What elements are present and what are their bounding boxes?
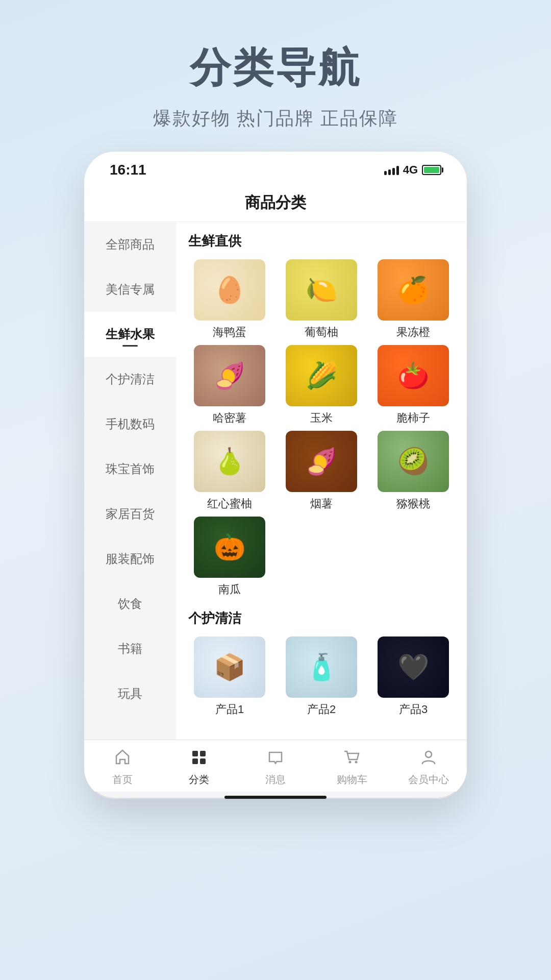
- sidebar-item-food[interactable]: 饮食: [84, 581, 176, 626]
- product-image: 🍋: [286, 259, 357, 321]
- product-item[interactable]: 🍅脆柿子: [370, 345, 457, 426]
- section-title-生鲜直供: 生鲜直供: [186, 232, 457, 250]
- product-name: 猕猴桃: [396, 496, 430, 511]
- nav-icon-category: [190, 748, 208, 770]
- sidebar-item-toys[interactable]: 玩具: [84, 671, 176, 716]
- product-image: 🍅: [378, 345, 449, 406]
- battery-fill: [424, 167, 439, 173]
- svg-rect-3: [200, 758, 206, 764]
- product-image: 🌽: [286, 345, 357, 406]
- page-title: 分类导航: [153, 41, 398, 96]
- product-item[interactable]: 🥝猕猴桃: [370, 431, 457, 511]
- product-item[interactable]: 🧴产品2: [278, 636, 365, 717]
- app-header: 商品分类: [84, 183, 467, 222]
- product-name: 玉米: [310, 410, 333, 426]
- page-header: 分类导航 爆款好物 热门品牌 正品保障: [153, 41, 398, 131]
- nav-item-member[interactable]: 会员中心: [390, 748, 467, 787]
- section-title-个护清洁: 个护清洁: [186, 609, 457, 627]
- product-item[interactable]: 🍠烟薯: [278, 431, 365, 511]
- product-item[interactable]: 🖤产品3: [370, 636, 457, 717]
- sidebar-item-personal[interactable]: 个护清洁: [84, 357, 176, 402]
- battery-icon: [422, 165, 441, 175]
- product-image: 🍐: [194, 431, 265, 492]
- product-image: 🖤: [378, 636, 449, 698]
- product-image: 🍠: [194, 345, 265, 406]
- nav-label-home: 首页: [112, 773, 133, 787]
- svg-point-5: [355, 761, 358, 764]
- svg-rect-2: [192, 758, 198, 764]
- product-image: 🥝: [378, 431, 449, 492]
- product-image: 🎃: [194, 517, 265, 578]
- svg-rect-1: [200, 751, 206, 756]
- nav-label-message: 消息: [265, 773, 286, 787]
- product-image: 🍊: [378, 259, 449, 321]
- status-bar: 16:11 4G: [84, 152, 467, 183]
- svg-rect-0: [192, 751, 198, 756]
- product-item[interactable]: 🥚海鸭蛋: [186, 259, 273, 340]
- product-name: 哈密薯: [213, 410, 246, 426]
- product-name: 烟薯: [310, 496, 333, 511]
- product-image: 📦: [194, 636, 265, 698]
- product-name: 葡萄柚: [305, 325, 338, 340]
- sidebar-item-meixin[interactable]: 美信专属: [84, 267, 176, 312]
- sidebar-item-clothing[interactable]: 服装配饰: [84, 536, 176, 581]
- content-panel: 生鲜直供🥚海鸭蛋🍋葡萄柚🍊果冻橙🍠哈密薯🌽玉米🍅脆柿子🍐红心蜜柚🍠烟薯🥝猕猴桃🎃…: [176, 222, 467, 740]
- product-name: 产品2: [307, 702, 336, 717]
- product-item[interactable]: 🍠哈密薯: [186, 345, 273, 426]
- nav-label-member: 会员中心: [408, 773, 449, 787]
- product-name: 产品3: [399, 702, 428, 717]
- nav-icon-member: [419, 748, 438, 770]
- product-item[interactable]: 🎃南瓜: [186, 517, 273, 597]
- nav-label-category: 分类: [189, 773, 209, 787]
- home-indicator: [224, 796, 327, 799]
- sidebar: 全部商品美信专属生鲜水果个护清洁手机数码珠宝首饰家居百货服装配饰饮食书籍玩具: [84, 222, 176, 740]
- product-item[interactable]: 🌽玉米: [278, 345, 365, 426]
- network-label: 4G: [403, 163, 418, 177]
- nav-item-message[interactable]: 消息: [237, 748, 314, 787]
- nav-icon-message: [266, 748, 285, 770]
- nav-label-cart: 购物车: [337, 773, 367, 787]
- nav-item-cart[interactable]: 购物车: [314, 748, 390, 787]
- signal-icon: [384, 165, 399, 175]
- sidebar-item-home[interactable]: 家居百货: [84, 492, 176, 536]
- sidebar-item-fresh[interactable]: 生鲜水果: [84, 312, 176, 357]
- product-image: 🧴: [286, 636, 357, 698]
- status-time: 16:11: [110, 162, 146, 178]
- product-name: 果冻橙: [396, 325, 430, 340]
- product-grid-生鲜直供: 🥚海鸭蛋🍋葡萄柚🍊果冻橙🍠哈密薯🌽玉米🍅脆柿子🍐红心蜜柚🍠烟薯🥝猕猴桃🎃南瓜: [186, 259, 457, 597]
- product-image: 🥚: [194, 259, 265, 321]
- phone-frame: 16:11 4G 商品分类 全部商品美信专属生鲜水果个护清洁手机数码珠宝首饰家居…: [84, 152, 467, 799]
- sidebar-item-jewelry[interactable]: 珠宝首饰: [84, 447, 176, 492]
- nav-icon-home: [113, 748, 132, 770]
- product-name: 海鸭蛋: [213, 325, 246, 340]
- sidebar-item-phone[interactable]: 手机数码: [84, 402, 176, 447]
- svg-point-6: [425, 751, 432, 757]
- sidebar-item-all[interactable]: 全部商品: [84, 222, 176, 267]
- product-name: 南瓜: [218, 582, 241, 597]
- nav-item-home[interactable]: 首页: [84, 748, 161, 787]
- product-image: 🍠: [286, 431, 357, 492]
- product-grid-个护清洁: 📦产品1🧴产品2🖤产品3: [186, 636, 457, 717]
- app-header-title: 商品分类: [245, 194, 306, 211]
- product-name: 红心蜜柚: [207, 496, 252, 511]
- app-content: 全部商品美信专属生鲜水果个护清洁手机数码珠宝首饰家居百货服装配饰饮食书籍玩具 生…: [84, 222, 467, 740]
- bottom-nav: 首页分类消息购物车会员中心: [84, 740, 467, 792]
- sidebar-item-books[interactable]: 书籍: [84, 626, 176, 671]
- page-subtitle: 爆款好物 热门品牌 正品保障: [153, 106, 398, 131]
- nav-icon-cart: [343, 748, 361, 770]
- product-item[interactable]: 🍋葡萄柚: [278, 259, 365, 340]
- svg-point-4: [349, 761, 352, 764]
- product-name: 产品1: [215, 702, 244, 717]
- product-item[interactable]: 🍊果冻橙: [370, 259, 457, 340]
- nav-item-category[interactable]: 分类: [161, 748, 237, 787]
- product-item[interactable]: 🍐红心蜜柚: [186, 431, 273, 511]
- product-item[interactable]: 📦产品1: [186, 636, 273, 717]
- product-name: 脆柿子: [396, 410, 430, 426]
- status-icons: 4G: [384, 163, 441, 177]
